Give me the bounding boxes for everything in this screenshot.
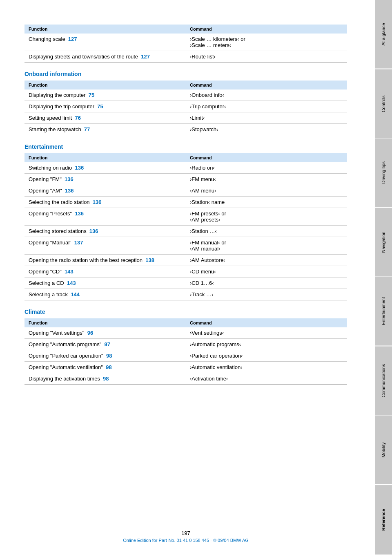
side-tabs: At a glance Controls Driving tips Naviga… <box>375 0 392 555</box>
page-ref[interactable]: 144 <box>71 291 80 298</box>
command-cell: ›Onboard info‹ <box>186 90 347 101</box>
page-ref[interactable]: 143 <box>65 269 74 275</box>
climate-col2-header: Command <box>186 318 347 327</box>
edition-text: Online Edition for Part-No. 01 41 0 158 … <box>0 538 372 543</box>
onboard-information-title: Onboard information <box>24 71 347 77</box>
table-row: Switching on radio 136 ›Radio on‹ <box>24 162 347 174</box>
function-cell: Opening "CD" 143 <box>24 266 186 278</box>
function-cell: Changing scale 127 <box>24 34 186 51</box>
function-cell: Opening "Parked car operation" 98 <box>24 350 186 362</box>
tab-mobility[interactable]: Mobility <box>375 416 392 484</box>
function-cell: Opening "Manual" 137 <box>24 237 186 255</box>
function-cell: Opening the radio station with the best … <box>24 255 186 266</box>
climate-title: Climate <box>24 309 347 315</box>
function-cell: Opening "Automatic programs" 97 <box>24 339 186 350</box>
tab-entertainment[interactable]: Entertainment <box>375 277 392 346</box>
entertainment-table: Function Command Switching on radio 136 … <box>24 153 347 300</box>
command-cell: ›FM manual‹ or›AM manual‹ <box>186 237 347 255</box>
page-ref[interactable]: 75 <box>89 92 94 98</box>
table-row: Opening "Parked car operation" 98 ›Parke… <box>24 350 347 362</box>
page-ref[interactable]: 97 <box>105 341 110 347</box>
function-cell: Selecting the radio station 136 <box>24 197 186 208</box>
table-row: Opening "Automatic ventilation" 98 ›Auto… <box>24 362 347 373</box>
command-cell: ›Vent settings‹ <box>186 327 347 339</box>
function-cell: Selecting stored stations 136 <box>24 226 186 237</box>
main-content: Function Command Changing scale 127 ›Sca… <box>24 25 347 385</box>
table-row: Opening "CD" 143 ›CD menu‹ <box>24 266 347 278</box>
function-cell: Selecting a CD 143 <box>24 278 186 289</box>
function-cell: Switching on radio 136 <box>24 162 186 174</box>
tab-reference[interactable]: Reference <box>375 485 392 555</box>
entertainment-title: Entertainment <box>24 143 347 150</box>
page-number: 197 <box>0 530 372 536</box>
function-cell: Starting the stopwatch 77 <box>24 124 186 135</box>
page-ref[interactable]: 136 <box>65 188 74 194</box>
page-ref[interactable]: 75 <box>97 103 103 110</box>
page-ref[interactable]: 137 <box>74 239 83 246</box>
command-cell: ›Automatic ventilation‹ <box>186 362 347 373</box>
table-row: Opening the radio station with the best … <box>24 255 347 266</box>
table-row: Selecting a track 144 ›Track …‹ <box>24 289 347 300</box>
command-cell: ›FM presets‹ or›AM presets‹ <box>186 208 347 226</box>
tab-driving-tips[interactable]: Driving tips <box>375 139 392 207</box>
page-ref[interactable]: 76 <box>75 115 80 121</box>
page-ref[interactable]: 136 <box>93 199 102 205</box>
table-row: Opening "Manual" 137 ›FM manual‹ or›AM m… <box>24 237 347 255</box>
climate-col1-header: Function <box>24 318 186 327</box>
command-cell: ›CD 1…6‹ <box>186 278 347 289</box>
page-ref[interactable]: 77 <box>84 126 90 132</box>
page-ref[interactable]: 98 <box>103 376 109 382</box>
command-cell: ›Track …‹ <box>186 289 347 300</box>
command-cell: ›Trip computer‹ <box>186 101 347 112</box>
table-row: Displaying the activation times 98 ›Acti… <box>24 373 347 385</box>
command-cell: ›CD menu‹ <box>186 266 347 278</box>
function-cell: Selecting a track 144 <box>24 289 186 300</box>
top-table-col1-header: Function <box>24 25 186 34</box>
command-cell: ›Parked car operation‹ <box>186 350 347 362</box>
function-cell: Displaying the computer 75 <box>24 90 186 101</box>
top-table: Function Command Changing scale 127 ›Sca… <box>24 25 347 63</box>
command-cell: ›AM Autostore‹ <box>186 255 347 266</box>
page-ref[interactable]: 127 <box>68 36 77 42</box>
function-cell: Opening "FM" 136 <box>24 174 186 185</box>
function-cell: Opening "Presets" 136 <box>24 208 186 226</box>
page-ref[interactable]: 136 <box>75 210 84 217</box>
page-ref[interactable]: 136 <box>75 165 84 171</box>
table-row: Changing scale 127 ›Scale … kilometers‹ … <box>24 34 347 51</box>
page-ref[interactable]: 143 <box>67 280 76 286</box>
command-cell: ›Station‹ name <box>186 197 347 208</box>
page-ref[interactable]: 98 <box>106 364 111 370</box>
table-row: Opening "Vent settings" 96 ›Vent setting… <box>24 327 347 339</box>
page-container: At a glance Controls Driving tips Naviga… <box>0 0 392 555</box>
page-ref[interactable]: 136 <box>65 176 74 182</box>
command-cell: ›Limit‹ <box>186 112 347 124</box>
function-cell: Displaying the trip computer 75 <box>24 101 186 112</box>
function-cell: Displaying the activation times 98 <box>24 373 186 385</box>
tab-navigation[interactable]: Navigation <box>375 208 392 277</box>
page-ref[interactable]: 127 <box>141 54 150 60</box>
table-row: Displaying streets and towns/cities of t… <box>24 51 347 63</box>
command-cell: ›Route list‹ <box>186 51 347 63</box>
page-ref[interactable]: 136 <box>89 228 98 234</box>
tab-controls[interactable]: Controls <box>375 69 392 138</box>
tab-at-a-glance[interactable]: At a glance <box>375 0 392 69</box>
page-footer: 197 Online Edition for Part-No. 01 41 0 … <box>0 530 372 543</box>
function-cell: Displaying streets and towns/cities of t… <box>24 51 186 63</box>
page-ref[interactable]: 138 <box>145 257 154 263</box>
table-row: Opening "AM" 136 ›AM menu‹ <box>24 185 347 197</box>
page-ref[interactable]: 96 <box>87 330 93 336</box>
command-cell: ›Stopwatch‹ <box>186 124 347 135</box>
table-row: Displaying the computer 75 ›Onboard info… <box>24 90 347 101</box>
entertainment-col2-header: Command <box>186 153 347 162</box>
command-cell: ›Radio on‹ <box>186 162 347 174</box>
tab-communications[interactable]: Communications <box>375 347 392 415</box>
table-row: Opening "Presets" 136 ›FM presets‹ or›AM… <box>24 208 347 226</box>
onboard-information-table: Function Command Displaying the computer… <box>24 81 347 135</box>
table-row: Opening "Automatic programs" 97 ›Automat… <box>24 339 347 350</box>
command-cell: ›Automatic programs‹ <box>186 339 347 350</box>
climate-table: Function Command Opening "Vent settings"… <box>24 318 347 385</box>
page-ref[interactable]: 98 <box>106 353 112 359</box>
table-row: Starting the stopwatch 77 ›Stopwatch‹ <box>24 124 347 135</box>
table-row: Selecting a CD 143 ›CD 1…6‹ <box>24 278 347 289</box>
table-row: Opening "FM" 136 ›FM menu‹ <box>24 174 347 185</box>
